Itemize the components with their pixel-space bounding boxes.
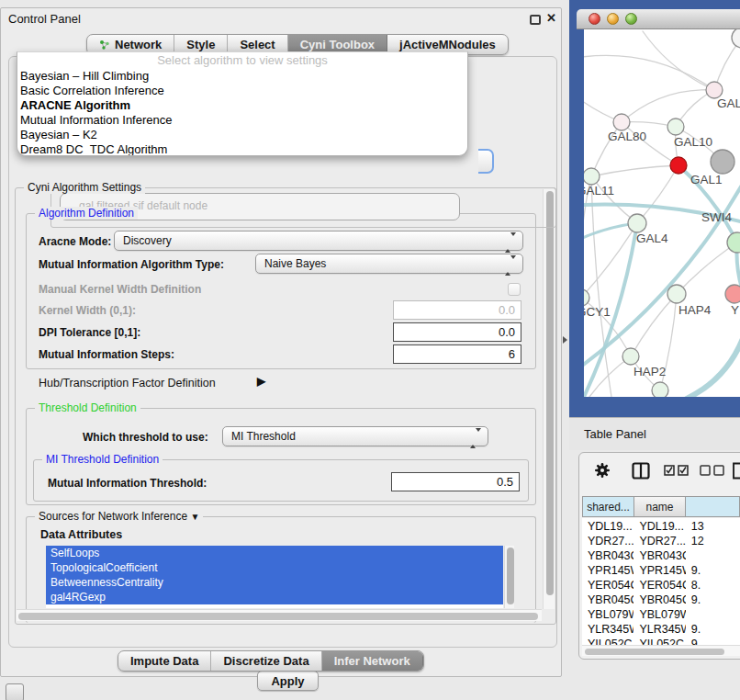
- network-node[interactable]: [732, 29, 740, 48]
- network-canvas[interactable]: GALGAL80GAL10GAL1GAL11GAL4SWI4GCY1HAP4YH…: [584, 29, 740, 397]
- which-threshold-select[interactable]: MI Threshold: [222, 426, 488, 446]
- table-cell: YBL079W: [582, 608, 633, 623]
- splitter-arrow-icon[interactable]: [563, 336, 567, 344]
- manual-kernel-checkbox[interactable]: [508, 283, 521, 296]
- network-edge[interactable]: [591, 165, 678, 176]
- table-row[interactable]: YBR043CYBR043C: [582, 549, 740, 564]
- zoom-window-icon[interactable]: [625, 13, 637, 25]
- table-row[interactable]: YER054CYER054C8.: [582, 579, 740, 593]
- settings-horizontal-scrollbar[interactable]: [17, 609, 542, 621]
- network-node-hap2[interactable]: [622, 348, 639, 365]
- kernel-width-label: Kernel Width (0,1):: [39, 304, 136, 317]
- table-row[interactable]: YDR27...YDR27...12: [582, 535, 740, 549]
- network-edge[interactable]: [584, 55, 714, 90]
- data-attributes-label: Data Attributes: [40, 528, 122, 541]
- close-panel-icon[interactable]: ✕: [546, 11, 556, 25]
- network-node[interactable]: [711, 150, 734, 174]
- algorithm-option-mutual-information-inference[interactable]: Mutual Information Inference: [17, 113, 467, 128]
- new-table-icon[interactable]: [732, 462, 740, 480]
- node-label-gal80: GAL80: [608, 130, 646, 143]
- network-node[interactable]: [652, 382, 668, 397]
- table-cell: YBR045C: [633, 593, 685, 608]
- algorithm-select-focused-fragment[interactable]: [478, 149, 494, 174]
- attribute-item-topologicalcoefficient[interactable]: TopologicalCoefficient: [46, 560, 503, 575]
- mi-algorithm-type-select[interactable]: Naive Bayes: [255, 254, 523, 274]
- table-cell: YLR345W: [582, 623, 633, 638]
- table-horizontal-scrollbar[interactable]: [582, 645, 740, 656]
- table-cell: YDL19...: [633, 520, 685, 535]
- network-edge[interactable]: [637, 165, 678, 223]
- minimize-window-icon[interactable]: [607, 13, 619, 25]
- network-edge[interactable]: [591, 176, 611, 397]
- data-attributes-list[interactable]: SelfLoopsTopologicalCoefficientBetweenne…: [46, 546, 503, 608]
- node-label-swi4: SWI4: [701, 210, 732, 224]
- attribute-item-betweennesscentrality[interactable]: BetweennessCentrality: [46, 575, 503, 590]
- tab-label: Select: [240, 38, 275, 51]
- network-edge[interactable]: [687, 336, 740, 397]
- table-row[interactable]: YBL079WYBL079W: [582, 608, 740, 623]
- column-view-icon[interactable]: [632, 462, 650, 480]
- network-node-gal10[interactable]: [667, 119, 684, 135]
- control-panel-title: Control Panel: [8, 12, 81, 26]
- column-header-name[interactable]: name: [634, 497, 686, 516]
- close-window-icon[interactable]: [589, 13, 600, 25]
- aracne-mode-value: Discovery: [123, 234, 172, 247]
- network-node-gal1[interactable]: [670, 157, 687, 174]
- float-window-icon[interactable]: [530, 15, 541, 25]
- table-cell: YPR145W: [633, 564, 685, 579]
- settings-vertical-scrollbar[interactable]: [543, 189, 555, 609]
- table-cell: 9.: [686, 593, 740, 608]
- aracne-mode-select[interactable]: Discovery: [114, 231, 523, 251]
- table-cell: YDL19...: [582, 520, 633, 535]
- table-row[interactable]: YBR045CYBR045C9.: [582, 593, 740, 608]
- tab-label: jActiveMNodules: [399, 38, 496, 51]
- kernel-width-input[interactable]: 0.0: [393, 300, 521, 320]
- column-header-shared[interactable]: shared...: [583, 497, 634, 516]
- attribute-item-gal4rgexp[interactable]: gal4RGexp: [46, 590, 503, 604]
- network-window-titlebar[interactable]: [577, 9, 740, 29]
- tab-infer-network[interactable]: Infer Network: [322, 651, 423, 671]
- docked-panel-icon[interactable]: [6, 683, 24, 700]
- algorithm-option-aracne-algorithm[interactable]: ARACNE Algorithm: [17, 98, 467, 113]
- select-all-columns-icon[interactable]: [664, 465, 690, 476]
- node-label-gcy1: GCY1: [584, 305, 611, 319]
- algorithm-option-bayesian-k2[interactable]: Bayesian – K2: [17, 128, 467, 142]
- network-node-gal11[interactable]: [584, 168, 600, 185]
- dpi-tolerance-value: 0.0: [499, 325, 515, 339]
- apply-button[interactable]: Apply: [257, 671, 319, 691]
- algorithm-definition-title: Algorithm Definition: [35, 207, 138, 220]
- network-node-y[interactable]: [725, 285, 740, 303]
- algorithm-option-dream8-dc-tdc-algorithm[interactable]: Dream8 DC_TDC Algorithm: [17, 142, 467, 156]
- column-header-2[interactable]: [686, 497, 740, 516]
- node-label-hap2: HAP2: [633, 365, 666, 378]
- network-node-hap4[interactable]: [667, 285, 686, 303]
- attribute-item-selfloops[interactable]: SelfLoops: [46, 546, 503, 560]
- tab-label: Discretize Data: [223, 654, 308, 668]
- sources-collapse-icon[interactable]: ▼: [190, 512, 199, 522]
- deselect-all-columns-icon[interactable]: [700, 465, 725, 476]
- network-edge[interactable]: [643, 31, 714, 90]
- dpi-tolerance-input[interactable]: 0.0: [393, 322, 521, 342]
- table-row[interactable]: YIL052CYIL052C9.: [582, 638, 740, 645]
- gear-icon[interactable]: [594, 462, 611, 479]
- network-node-gal4[interactable]: [628, 214, 646, 232]
- algorithm-option-bayesian-hill-climbing[interactable]: Bayesian – Hill Climbing: [17, 69, 467, 84]
- mi-steps-input[interactable]: 6: [393, 344, 521, 364]
- tab-discretize-data[interactable]: Discretize Data: [211, 651, 321, 671]
- attributes-list-scrollbar[interactable]: [504, 546, 514, 608]
- table-cell: YER054C: [633, 579, 685, 593]
- which-threshold-value: MI Threshold: [231, 430, 296, 443]
- mi-threshold-input[interactable]: 0.5: [391, 472, 520, 491]
- network-node-gal80[interactable]: [613, 114, 630, 130]
- algorithm-option-basic-correlation-inference[interactable]: Basic Correlation Inference: [17, 84, 467, 98]
- table-row[interactable]: YLR345WYLR345W9.: [582, 623, 740, 638]
- tab-impute-data[interactable]: Impute Data: [118, 651, 211, 671]
- hub-expand-icon[interactable]: ▶: [257, 375, 265, 388]
- which-threshold-label: Which threshold to use:: [83, 431, 208, 444]
- table-row[interactable]: YDL19...YDL19...13: [582, 520, 740, 535]
- table-body: YDL19...YDL19...13YDR27...YDR27...12YBR0…: [582, 518, 740, 645]
- network-edge[interactable]: [622, 90, 714, 122]
- table-row[interactable]: YPR145WYPR145W9.: [582, 564, 740, 579]
- table-cell: 9.: [686, 564, 740, 579]
- network-node-swi4[interactable]: [727, 232, 740, 253]
